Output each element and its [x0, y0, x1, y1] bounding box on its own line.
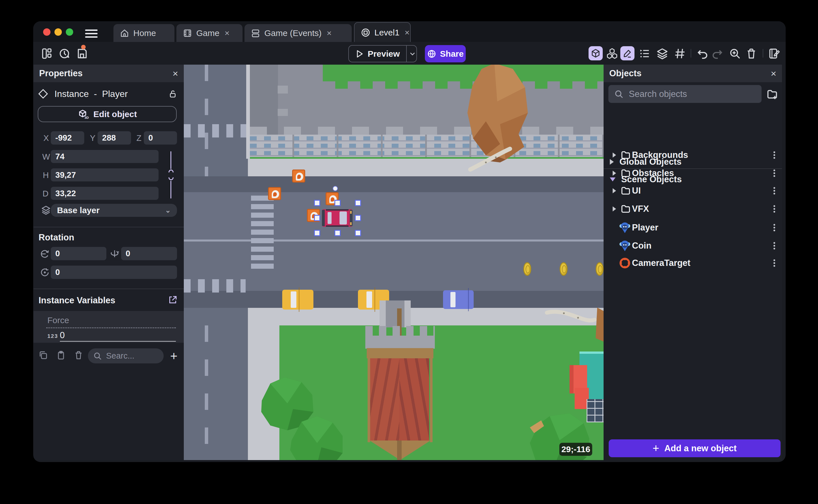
instances-list-icon[interactable]: [639, 47, 651, 60]
apartment-building[interactable]: [250, 65, 604, 159]
object-item-cameratarget[interactable]: CameraTarget: [604, 254, 782, 272]
tab-game[interactable]: Game ×: [176, 24, 242, 42]
selection-handle-e[interactable]: [355, 215, 361, 221]
tab-game-events[interactable]: Game (Events) ×: [244, 24, 352, 42]
tab-level1-active[interactable]: Level1 ×: [354, 22, 411, 43]
camera-target-icon: [618, 257, 631, 270]
more-options-icon[interactable]: [773, 258, 776, 268]
chevron-right-icon[interactable]: [613, 206, 616, 211]
more-options-icon[interactable]: [773, 241, 776, 251]
add-variable-button[interactable]: +: [170, 349, 177, 363]
more-options-icon[interactable]: [773, 204, 776, 214]
share-button[interactable]: Share: [425, 45, 466, 62]
redo-icon[interactable]: [711, 47, 724, 60]
selection-handle-sw[interactable]: [314, 230, 320, 236]
depth-input[interactable]: [51, 187, 158, 200]
rotation-z-input[interactable]: [51, 266, 177, 279]
link-dimensions-icon[interactable]: [167, 169, 175, 181]
layer-select[interactable]: Base layer ⌄: [51, 204, 177, 217]
chevron-right-icon[interactable]: [613, 188, 616, 193]
object-label: Coin: [632, 241, 652, 251]
variables-search-input[interactable]: [106, 351, 151, 361]
grid-icon[interactable]: [674, 47, 686, 60]
variable-name[interactable]: Force: [47, 315, 69, 325]
crate-obstacle[interactable]: [292, 170, 305, 183]
objects-stack-icon[interactable]: [606, 47, 618, 60]
green-tree[interactable]: [286, 412, 348, 460]
macos-close-button[interactable]: [43, 28, 50, 36]
close-icon[interactable]: ×: [172, 69, 178, 78]
selection-handle-s[interactable]: [334, 230, 341, 236]
twig-obstacle[interactable]: [544, 307, 597, 327]
more-options-icon[interactable]: [773, 186, 776, 196]
selection-handle-ne[interactable]: [355, 200, 361, 206]
twig-obstacle[interactable]: [462, 145, 516, 174]
coin[interactable]: [523, 262, 531, 276]
coin[interactable]: [596, 262, 604, 276]
variable-value[interactable]: 0: [60, 330, 65, 340]
macos-zoom-button[interactable]: [66, 28, 73, 36]
add-folder-icon[interactable]: [766, 88, 779, 101]
rotation-y-input[interactable]: [121, 247, 177, 260]
selection-handle-w[interactable]: [314, 215, 320, 221]
zoom-in-icon[interactable]: [729, 47, 741, 60]
object-item-player[interactable]: Player: [604, 219, 782, 236]
blue-car[interactable]: [443, 290, 474, 309]
y-input[interactable]: [98, 131, 131, 145]
chevron-right-icon[interactable]: [613, 171, 616, 176]
chevron-right-icon[interactable]: [613, 153, 616, 158]
main-menu-icon[interactable]: [85, 29, 98, 39]
save-icon[interactable]: [76, 47, 88, 60]
selection-handle-se[interactable]: [355, 230, 361, 236]
undo-icon[interactable]: [696, 47, 709, 60]
object-folder-backgrounds[interactable]: Backgrounds: [604, 146, 782, 164]
object-folder-obstacles[interactable]: Obstacles: [604, 164, 782, 182]
toggle-3d-view-button[interactable]: [589, 46, 603, 60]
copy-icon[interactable]: [38, 350, 48, 361]
toggle-panels-icon[interactable]: [41, 47, 53, 60]
more-options-icon[interactable]: [773, 168, 776, 178]
width-input[interactable]: [51, 150, 158, 163]
scene-canvas[interactable]: 29;-116: [184, 65, 604, 460]
yellow-car[interactable]: [282, 290, 313, 310]
history-icon[interactable]: [58, 47, 71, 60]
objects-search-input[interactable]: [629, 89, 748, 99]
edit-scene-properties-icon[interactable]: [768, 47, 780, 60]
height-input[interactable]: [51, 168, 158, 181]
close-tab-icon[interactable]: ×: [327, 28, 332, 38]
crate-obstacle[interactable]: [268, 187, 281, 200]
play-icon: [354, 49, 364, 59]
object-folder-ui[interactable]: UI: [604, 182, 782, 200]
unlock-icon[interactable]: [168, 89, 177, 99]
delete-variable-icon[interactable]: [73, 350, 84, 361]
more-options-icon[interactable]: [773, 150, 776, 160]
chevron-down-icon[interactable]: [408, 50, 417, 58]
selection-handle-n[interactable]: [334, 200, 341, 206]
preview-button[interactable]: Preview: [348, 45, 417, 62]
objects-search[interactable]: [608, 85, 762, 103]
object-item-coin[interactable]: Coin: [604, 237, 782, 255]
open-variables-icon[interactable]: [168, 295, 178, 305]
selection-handle-nw[interactable]: [314, 200, 320, 206]
rotation-x-input[interactable]: [51, 247, 106, 260]
edit-object-button[interactable]: Edit object: [38, 106, 177, 122]
macos-minimize-button[interactable]: [54, 28, 62, 36]
paste-icon[interactable]: [56, 350, 66, 361]
x-input[interactable]: [51, 131, 84, 145]
close-tab-icon[interactable]: ×: [404, 28, 410, 37]
close-icon[interactable]: ×: [771, 69, 776, 78]
object-folder-vfx[interactable]: VFX: [604, 200, 782, 218]
edit-mode-button[interactable]: [620, 46, 635, 60]
delete-icon[interactable]: [745, 47, 758, 60]
z-input[interactable]: [144, 131, 177, 145]
more-options-icon[interactable]: [773, 223, 776, 232]
rotation-handle[interactable]: [333, 186, 338, 191]
variables-search[interactable]: [88, 348, 164, 363]
close-tab-icon[interactable]: ×: [225, 28, 230, 38]
tab-home[interactable]: Home: [113, 24, 174, 42]
add-new-object-button[interactable]: + Add a new object: [609, 439, 781, 457]
player-instance-selected[interactable]: [322, 209, 352, 227]
layers-icon[interactable]: [656, 47, 669, 60]
brick-tower-building[interactable]: [360, 300, 441, 460]
coin[interactable]: [560, 262, 568, 276]
